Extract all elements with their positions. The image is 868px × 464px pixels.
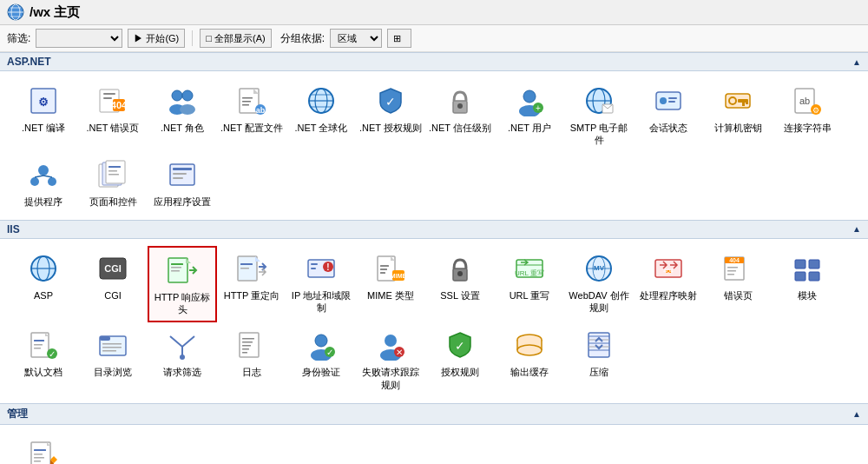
output-cache-label: 输出缓存 — [510, 366, 549, 378]
show-all-button[interactable]: □ 全部显示(A) — [200, 29, 271, 48]
section-aspnet-header[interactable]: ASP.NET ▲ — [0, 52, 868, 71]
dir-browse-icon-box — [95, 328, 130, 362]
svg-rect-41 — [668, 97, 677, 99]
ssl-label: SSL 设置 — [440, 289, 479, 302]
svg-rect-18 — [242, 97, 253, 99]
item-request-filter[interactable]: 请求筛选 — [148, 322, 217, 396]
svg-marker-78 — [255, 256, 260, 262]
item-auth2[interactable]: ✓ 身份验证 — [286, 322, 356, 396]
auth2-label: 身份验证 — [302, 366, 340, 378]
error-page-label: 错误页 — [724, 289, 753, 302]
item-smtp[interactable]: SMTP 电子邮件 — [564, 78, 634, 152]
svg-rect-113 — [795, 272, 806, 281]
net-auth-icon-box: ✓ — [373, 83, 408, 118]
mime-label: MIME 类型 — [367, 289, 414, 302]
item-net-user[interactable]: + .NET 用户 — [495, 78, 564, 152]
svg-rect-134 — [242, 352, 247, 354]
svg-rect-9 — [103, 97, 112, 99]
toolbar: 筛选: ▶ 开始(G) □ 全部显示(A) 分组依据: 区域 ⊞ — [0, 25, 868, 52]
item-asp[interactable]: ASP — [9, 246, 78, 323]
filter-select[interactable] — [36, 29, 122, 48]
group-by-label: 分组依据: — [280, 31, 325, 46]
ip-label: IP 地址和域限制 — [290, 289, 352, 315]
item-cgi[interactable]: CGI CGI — [78, 246, 148, 323]
item-output-cache[interactable]: 输出缓存 — [495, 322, 564, 396]
item-error-page[interactable]: 404 错误页 — [703, 246, 773, 323]
item-compress[interactable]: 压缩 — [564, 322, 634, 396]
item-net-auth[interactable]: ✓ .NET 授权规则 — [356, 78, 425, 152]
svg-text:URL 重写: URL 重写 — [515, 269, 544, 277]
svg-text:✓: ✓ — [326, 348, 333, 357]
item-config-editor[interactable]: 配置编辑器 — [9, 432, 78, 464]
start-button[interactable]: ▶ 开始(G) — [128, 29, 185, 48]
svg-text:404: 404 — [663, 267, 674, 273]
error-page-icon: 404 — [722, 253, 753, 284]
grid-view-button[interactable]: ⊞ — [387, 29, 411, 48]
item-url-rewrite[interactable]: URL 重写 URL 重写 — [495, 246, 564, 323]
svg-point-31 — [523, 90, 536, 103]
net-role-icon-box — [165, 83, 200, 118]
svg-rect-133 — [242, 348, 249, 350]
item-net-error[interactable]: 404 .NET 错误页 — [78, 78, 148, 152]
pages-label: 页面和控件 — [89, 196, 137, 208]
net-trust-icon-box — [443, 83, 477, 118]
item-net-compile[interactable]: ⚙ .NET 编译 — [9, 78, 78, 152]
item-log[interactable]: 日志 — [217, 322, 286, 396]
item-session[interactable]: 会话状态 — [634, 78, 703, 152]
section-manage-label: 管理 — [7, 407, 28, 421]
item-http-redirect[interactable]: HTTP 重定向 — [217, 246, 286, 323]
svg-rect-157 — [34, 449, 46, 451]
item-failed-req[interactable]: ✕ 失败请求跟踪规则 — [356, 322, 425, 396]
item-machine-key[interactable]: 计算机密钥 — [703, 78, 773, 152]
item-module[interactable]: 模块 — [773, 246, 842, 323]
section-aspnet-content: ⚙ .NET 编译 404 .NET 错误页 — [0, 71, 868, 220]
item-webdav[interactable]: MV WebDAV 创作规则 — [564, 246, 634, 323]
svg-rect-125 — [102, 347, 122, 348]
group-by-select[interactable]: 区域 — [330, 29, 382, 48]
svg-text:⚙: ⚙ — [812, 106, 819, 115]
item-provider[interactable]: 提供程序 — [9, 152, 78, 213]
smtp-label: SMTP 电子邮件 — [568, 122, 630, 147]
svg-rect-20 — [242, 104, 249, 106]
pages-icon-box — [95, 157, 130, 192]
item-pages[interactable]: 页面和控件 — [78, 152, 148, 213]
svg-rect-80 — [240, 268, 249, 269]
svg-rect-132 — [242, 345, 251, 347]
net-compile-label: .NET 编译 — [22, 122, 65, 134]
svg-rect-47 — [746, 102, 748, 104]
item-http-response-header[interactable]: HTTP 响应标头 — [148, 246, 217, 323]
asp-label: ASP — [34, 289, 53, 302]
item-default-doc[interactable]: ✓ 默认文档 — [9, 322, 78, 396]
svg-rect-90 — [380, 272, 385, 274]
compress-label: 压缩 — [589, 366, 608, 378]
item-net-trust[interactable]: .NET 信任级别 — [425, 78, 495, 152]
net-error-label: .NET 错误页 — [87, 122, 140, 134]
svg-marker-73 — [186, 258, 191, 263]
config-editor-icon — [28, 439, 59, 464]
svg-rect-159 — [34, 457, 44, 459]
net-config-icon: ab — [236, 85, 267, 116]
item-connect-str[interactable]: ab ⚙ 连接字符串 — [773, 78, 842, 152]
section-manage-header[interactable]: 管理 ▲ — [0, 403, 868, 425]
item-net-role[interactable]: .NET 角色 — [148, 78, 217, 152]
app-settings-icon — [167, 159, 198, 190]
item-dir-browse[interactable]: 目录浏览 — [78, 322, 148, 396]
output-cache-icon — [514, 329, 545, 361]
smtp-icon — [583, 85, 615, 116]
item-handler[interactable]: 404 处理程序映射 — [634, 246, 703, 323]
dir-browse-label: 目录浏览 — [94, 366, 132, 378]
machine-key-icon — [722, 85, 753, 116]
item-authz[interactable]: ✓ 授权规则 — [425, 322, 495, 396]
item-net-global[interactable]: .NET 全球化 — [286, 78, 356, 152]
svg-rect-112 — [809, 260, 819, 268]
item-ip-restrict[interactable]: ! IP 地址和域限制 — [286, 246, 356, 323]
item-mime[interactable]: MIME MIME 类型 — [356, 246, 425, 323]
svg-rect-158 — [34, 454, 43, 455]
section-iis-header[interactable]: IIS ▲ — [0, 220, 868, 239]
item-ssl[interactable]: SSL 设置 — [425, 246, 495, 323]
net-auth-icon: ✓ — [375, 85, 406, 116]
svg-text:✓: ✓ — [385, 95, 396, 109]
section-aspnet-label: ASP.NET — [7, 56, 50, 68]
item-net-config[interactable]: ab .NET 配置文件 — [217, 78, 286, 152]
item-app-settings[interactable]: 应用程序设置 — [148, 152, 217, 213]
